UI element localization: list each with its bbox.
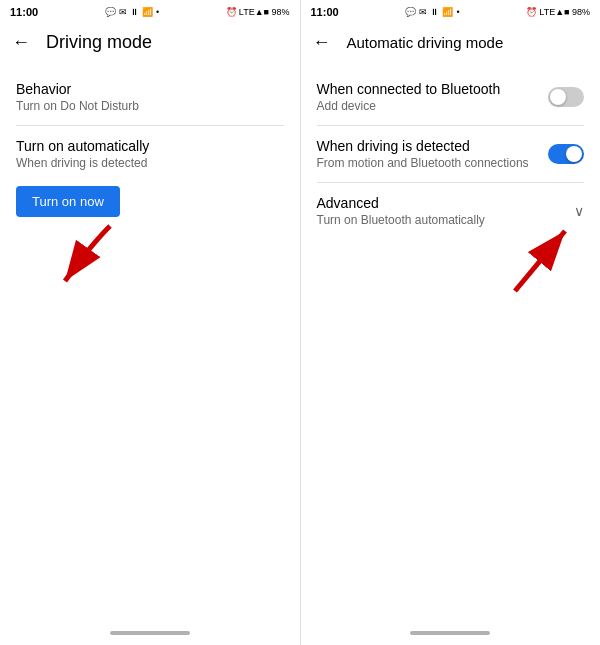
behavior-subtitle: Turn on Do Not Disturb bbox=[16, 99, 284, 113]
status-bar-right: 11:00 💬 ✉ ⏸ 📶 • ⏰ LTE▲■ 98% bbox=[301, 0, 601, 24]
alarm-icon: ⏰ bbox=[226, 7, 237, 17]
back-button-right[interactable]: ← bbox=[313, 32, 331, 53]
setting-advanced[interactable]: Advanced Turn on Bluetooth automatically… bbox=[301, 183, 601, 239]
battery-text-left: LTE▲■ 98% bbox=[239, 7, 290, 17]
alarm-icon-r: ⏰ bbox=[526, 7, 537, 17]
setting-bluetooth[interactable]: When connected to Bluetooth Add device bbox=[301, 69, 601, 125]
signal-icon-r: 📶 bbox=[442, 7, 453, 17]
setting-driving-detected[interactable]: When driving is detected From motion and… bbox=[301, 126, 601, 182]
back-button-left[interactable]: ← bbox=[12, 32, 30, 53]
dot-icon-r: • bbox=[456, 7, 459, 17]
driving-detected-text: When driving is detected From motion and… bbox=[317, 138, 549, 170]
pause-icon: ⏸ bbox=[130, 7, 139, 17]
content-left: Behavior Turn on Do Not Disturb Turn on … bbox=[0, 61, 300, 621]
bluetooth-subtitle: Add device bbox=[317, 99, 549, 113]
setting-behavior[interactable]: Behavior Turn on Do Not Disturb bbox=[0, 69, 300, 125]
toggle-knob-driving bbox=[566, 146, 582, 162]
status-right-left: ⏰ LTE▲■ 98% bbox=[226, 7, 290, 17]
page-title-right: Automatic driving mode bbox=[347, 34, 504, 51]
whatsapp-icon-r: 💬 bbox=[405, 7, 416, 17]
status-time-left: 11:00 bbox=[10, 6, 38, 18]
behavior-title: Behavior bbox=[16, 81, 284, 97]
telegram-icon-r: ✉ bbox=[419, 7, 427, 17]
advanced-text: Advanced Turn on Bluetooth automatically bbox=[317, 195, 575, 227]
driving-detected-subtitle: From motion and Bluetooth connections bbox=[317, 156, 549, 170]
auto-subtitle: When driving is detected bbox=[16, 156, 284, 170]
setting-auto[interactable]: Turn on automatically When driving is de… bbox=[0, 126, 300, 182]
content-right: When connected to Bluetooth Add device W… bbox=[301, 61, 601, 621]
turn-on-now-button[interactable]: Turn on now bbox=[16, 186, 120, 217]
header-left: ← Driving mode bbox=[0, 24, 300, 61]
status-time-right: 11:00 bbox=[311, 6, 339, 18]
telegram-icon: ✉ bbox=[119, 7, 127, 17]
pause-icon-r: ⏸ bbox=[430, 7, 439, 17]
driving-detected-title: When driving is detected bbox=[317, 138, 549, 154]
chevron-down-icon: ∨ bbox=[574, 203, 584, 219]
auto-title: Turn on automatically bbox=[16, 138, 284, 154]
bluetooth-title: When connected to Bluetooth bbox=[317, 81, 549, 97]
bottom-bar-right bbox=[301, 621, 601, 645]
advanced-subtitle: Turn on Bluetooth automatically bbox=[317, 213, 575, 227]
battery-text-right: LTE▲■ 98% bbox=[539, 7, 590, 17]
signal-icon: 📶 bbox=[142, 7, 153, 17]
driving-detected-toggle[interactable] bbox=[548, 144, 584, 164]
bottom-bar-left bbox=[0, 621, 300, 645]
arrow-annotation-left bbox=[20, 216, 140, 306]
status-icons-left: 💬 ✉ ⏸ 📶 • bbox=[105, 7, 159, 17]
toggle-knob-bluetooth bbox=[550, 89, 566, 105]
whatsapp-icon: 💬 bbox=[105, 7, 116, 17]
header-right: ← Automatic driving mode bbox=[301, 24, 601, 61]
bluetooth-text: When connected to Bluetooth Add device bbox=[317, 81, 549, 113]
bottom-indicator-right bbox=[410, 631, 490, 635]
status-bar-left: 11:00 💬 ✉ ⏸ 📶 • ⏰ LTE▲■ 98% bbox=[0, 0, 300, 24]
dot-icon: • bbox=[156, 7, 159, 17]
bottom-indicator-left bbox=[110, 631, 190, 635]
status-right-right: ⏰ LTE▲■ 98% bbox=[526, 7, 590, 17]
advanced-title: Advanced bbox=[317, 195, 575, 211]
bluetooth-toggle[interactable] bbox=[548, 87, 584, 107]
status-icons-right: 💬 ✉ ⏸ 📶 • bbox=[405, 7, 459, 17]
page-title-left: Driving mode bbox=[46, 32, 152, 53]
